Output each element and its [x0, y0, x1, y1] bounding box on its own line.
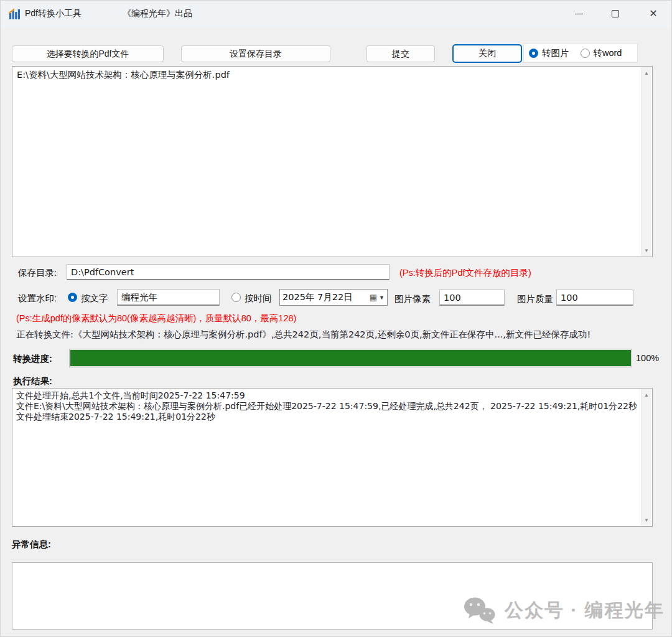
close-window-button[interactable]: ✕	[639, 1, 668, 27]
results-scrollbar[interactable]: ▲ ▼	[641, 389, 651, 526]
maximize-icon	[612, 10, 619, 17]
progress-fill	[70, 350, 631, 366]
save-dir-label: 保存目录:	[18, 267, 57, 279]
mode-image-radio[interactable]	[529, 49, 538, 58]
by-time-label[interactable]: 按时间	[245, 293, 272, 304]
set-save-dir-button[interactable]: 设置保存目录	[181, 45, 330, 62]
result-line: 文件处理开始,总共1个文件,当前时间2025-7-22 15:47:59	[16, 390, 638, 401]
pixel-quality-hint: (Ps:生成pdf的像素默认为80(像素越高越清晰)，质量默认80，最高128)	[16, 313, 296, 324]
scroll-up-icon[interactable]: ▲	[642, 390, 651, 400]
minimize-button[interactable]	[564, 1, 593, 27]
minimize-icon	[575, 14, 583, 14]
results-label: 执行结果:	[13, 375, 52, 387]
by-text-radio[interactable]	[68, 293, 77, 302]
pixel-label: 图片像素	[394, 293, 431, 305]
by-text-label[interactable]: 按文字	[81, 293, 108, 304]
mode-image-label[interactable]: 转图片	[542, 47, 569, 59]
results-box[interactable]: 文件处理开始,总共1个文件,当前时间2025-7-22 15:47:59 文件E…	[12, 388, 653, 527]
progress-percent: 100%	[636, 353, 659, 363]
app-window: Pdf转换小工具 《编程光年》出品 ✕ 选择要转换的Pdf文件 设置保存目录 提…	[0, 0, 672, 637]
watermark-text-input[interactable]	[117, 289, 220, 306]
save-dir-input[interactable]	[67, 264, 390, 280]
file-path-line: E:\资料\大型网站技术架构：核心原理与案例分析.pdf	[12, 67, 652, 83]
conversion-status-text: 正在转换文件:《大型网站技术架构：核心原理与案例分析.pdf》,总共242页,当…	[16, 329, 660, 341]
result-line: 文件E:\资料\大型网站技术架构：核心原理与案例分析.pdf已经开始处理2025…	[16, 401, 638, 412]
maximize-button[interactable]	[601, 1, 630, 27]
date-picker[interactable]: 2025年 7月22日 ▦ ▼	[279, 289, 388, 306]
quality-input[interactable]	[556, 290, 633, 306]
date-value: 2025年 7月22日	[282, 291, 370, 303]
title-bar: Pdf转换小工具 《编程光年》出品 ✕	[1, 1, 671, 27]
close-app-button[interactable]: 关闭	[452, 44, 522, 63]
file-list-box[interactable]: E:\资料\大型网站技术架构：核心原理与案例分析.pdf ▲ ▼	[12, 66, 653, 257]
progress-bar	[69, 349, 632, 367]
close-icon: ✕	[649, 9, 657, 19]
by-time-radio[interactable]	[231, 293, 241, 302]
file-list-scrollbar[interactable]: ▲ ▼	[641, 67, 651, 256]
submit-button[interactable]: 提交	[366, 45, 435, 62]
mode-word-radio[interactable]	[581, 49, 590, 58]
scroll-down-icon[interactable]: ▼	[642, 245, 651, 255]
watermark-label: 设置水印:	[18, 293, 57, 304]
window-byline: 《编程光年》出品	[123, 8, 192, 19]
scroll-down-icon[interactable]: ▼	[642, 515, 651, 525]
convert-mode-panel: 转图片 转word	[523, 44, 638, 63]
pixel-input[interactable]	[439, 290, 505, 306]
result-line: 文件处理结束2025-7-22 15:49:21,耗时01分22秒	[16, 412, 638, 422]
exceptions-label: 异常信息:	[12, 539, 51, 550]
quality-label: 图片质量	[517, 293, 553, 305]
select-pdf-button[interactable]: 选择要转换的Pdf文件	[12, 45, 164, 62]
calendar-icon: ▦	[370, 293, 377, 302]
chevron-down-icon[interactable]: ▼	[379, 295, 385, 301]
save-dir-hint: (Ps:转换后的Pdf文件存放的目录)	[399, 267, 531, 279]
app-logo-icon	[9, 7, 21, 20]
exceptions-box[interactable]	[12, 562, 653, 630]
window-title: Pdf转换小工具	[25, 8, 82, 19]
progress-label: 转换进度:	[13, 353, 52, 365]
scroll-up-icon[interactable]: ▲	[642, 68, 651, 78]
mode-word-label[interactable]: 转word	[594, 47, 622, 59]
